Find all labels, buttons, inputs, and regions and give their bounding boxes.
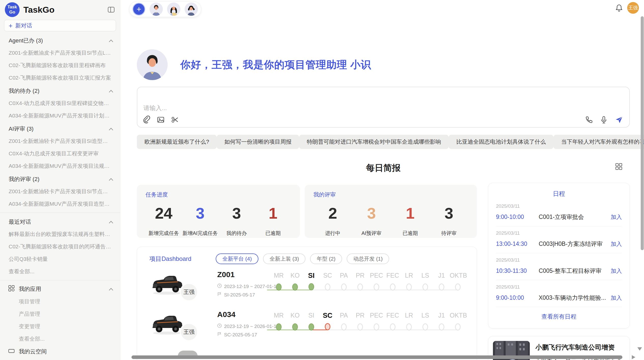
suggestion-chip[interactable]: 比亚迪全固态电池计划具体说了什么 [449,135,553,149]
sidebar-task-item[interactable]: A034-全新新能源MUV产品开发项目计划变更表编写 [0,110,120,122]
chevron-up-icon[interactable] [109,220,113,224]
dashboard-filter-pill[interactable]: 全新上装 (3) [263,253,306,264]
sidebar-task-item[interactable]: C02-飞腾新能源轻客改款项目立项汇报方案 [0,72,120,84]
milestone-dot[interactable] [276,283,282,291]
image-icon[interactable] [157,116,165,124]
milestone-dot[interactable] [406,323,412,331]
milestone-dot[interactable] [292,323,298,331]
sidebar-task-item[interactable]: Z001-全新燃油轻卡产品开发项目SI造型提交物评审 [0,135,120,147]
milestone-dot[interactable] [357,283,363,291]
dashboard-filter-pill[interactable]: 年型 (2) [310,253,342,264]
milestone-dot[interactable] [439,283,444,291]
section-header-3[interactable]: 我的评审 (2) [0,172,120,185]
milestone-dot[interactable] [422,323,428,331]
milestone-dot[interactable] [341,323,347,331]
milestone-dot[interactable] [309,283,314,290]
sidebar-task-item[interactable]: Z001-全新燃油轻卡产品开发项目SI节点属性5D文件评审 [0,185,120,198]
microphone-icon[interactable] [600,116,608,124]
chevron-up-icon[interactable] [109,127,113,131]
recent-conversations: 最近对话解释最新出台的欧盟报废车法规再生塑料比例被调至15%...C02-飞腾新… [0,215,120,278]
suggestion-chip[interactable]: 特朗普可能对进口汽车增税会对中国车企造成哪些影响 [299,135,449,149]
vertical-scrollbar[interactable] [641,16,644,250]
horizontal-scrollbar[interactable] [131,355,622,359]
join-link[interactable]: 加入 [611,240,622,248]
stat-item: 1已逾期 [391,204,430,237]
chevron-up-icon[interactable] [109,89,113,93]
sidebar-task-item[interactable]: A034-全新新能源MUV产品开发项目造型可行性评审 [0,198,120,210]
chevron-up-icon[interactable] [109,39,113,42]
milestone-track: MRKOSISCPAPRPECFECLRLSJ1OKTB [271,272,467,300]
new-chat-button[interactable]: + 新对话 [4,20,116,31]
notifications-bell-icon[interactable] [616,4,623,12]
milestone: MR [271,312,287,331]
app-sub-item[interactable]: 产品管理 [0,308,120,320]
dashboard-filter-pill[interactable]: 全新平台 (4) [216,253,258,264]
section-header-0[interactable]: Agent已办 (3) [0,34,120,47]
scroll-down-arrow[interactable] [637,347,642,351]
recent-header[interactable]: 最近对话 [0,215,120,228]
milestone-dot[interactable] [309,323,314,331]
milestone-label: PEC [368,272,385,279]
app-sub-item[interactable]: 变更管理 [0,320,120,333]
attachment-icon[interactable] [142,116,151,124]
dashboard-filter-pill[interactable]: 动总开发 (1) [347,253,389,264]
milestone-dot[interactable] [276,323,282,331]
sidebar-task-item[interactable]: C02-飞腾新能源轻客改款项目里程碑画布 [0,59,120,72]
join-link[interactable]: 加入 [611,213,622,221]
scissors-icon[interactable] [171,116,179,124]
member-avatar-2[interactable] [167,3,180,16]
user-avatar[interactable]: 王强 [627,2,639,14]
sidebar-task-item[interactable]: Z001-全新燃油皮卡产品开发项目SI节点Lesson Learn报告 [0,47,120,59]
milestone-dot[interactable] [455,323,461,331]
milestone-dot[interactable] [374,283,379,291]
milestone-dot[interactable] [325,283,330,291]
send-icon[interactable] [615,116,623,124]
sidebar-item-cloud-space[interactable]: 我的云空间 [0,345,120,358]
sidebar-task-item[interactable]: C0X4-动力总成开发项目工程变更评审 [0,147,120,160]
sidebar-item-my-apps[interactable]: 我的应用 [0,283,120,295]
news-title: 小鹏飞行汽车制造公司增资 [535,343,625,352]
view-all-schedule-link[interactable]: 查看所有日程 [488,313,630,321]
milestone-dot[interactable] [406,283,412,291]
milestone-dot[interactable] [292,283,298,291]
milestone-dot[interactable] [455,283,461,291]
milestone-dot[interactable] [439,323,444,331]
recent-conversation-item[interactable]: C02-飞腾新能源轻客改款项目的闭环通告反馈情况 [0,241,120,253]
milestone-dot[interactable] [357,323,363,331]
layout-grid-icon[interactable] [615,163,623,170]
join-link[interactable]: 加入 [611,294,622,302]
milestone-dot[interactable] [374,323,379,331]
recent-conversation-item[interactable]: 解释最新出台的欧盟报废车法规再生塑料比例被调至15%... [0,228,120,241]
member-avatar-1[interactable] [150,3,163,16]
milestone-dot[interactable] [341,283,347,291]
suggestion-chip[interactable]: 欧洲新规最近颁布了什么? [137,135,217,149]
recent-conversation-item[interactable]: 查看全部... [0,265,120,278]
sidebar-task-item[interactable]: A034-全新新能源MUV产品开发项目法规符合性评审 [0,160,120,172]
voice-call-icon[interactable] [584,116,593,124]
milestone: LS [417,272,433,291]
join-link[interactable]: 加入 [611,267,622,275]
scroll-right-arrow[interactable] [632,355,635,359]
collapse-sidebar-icon[interactable] [107,6,115,13]
chat-input-box[interactable]: 请输入... [137,87,630,128]
project-code[interactable]: A034 [217,310,236,319]
suggestion-chip[interactable]: 如何写一份清晰的项目周报 [217,135,299,149]
chevron-up-icon[interactable] [109,178,113,181]
sidebar-item-favorites[interactable]: 我的收藏 [0,358,120,360]
recent-conversation-item[interactable]: 公司Q3轻卡销量 [0,253,120,265]
app-sub-item[interactable]: 查看全部... [0,333,120,345]
milestone-dot[interactable] [325,323,330,330]
project-code[interactable]: Z001 [217,270,235,279]
member-avatar-3[interactable] [185,3,198,16]
section-header-2[interactable]: AI评审 (3) [0,122,120,135]
suggestion-chip[interactable]: 当下年轻人对汽车外观有怎样的喜好趋势 [553,135,644,149]
milestone-dot[interactable] [390,283,396,291]
app-sub-item[interactable]: 项目管理 [0,295,120,308]
sidebar-task-item[interactable]: C0X4-动力总成开发项目SI里程碑提交物检查 [0,97,120,110]
schedule-event: 2025/03/1113:00-14:30C003|H0B-方案冻结评审加入 [496,226,622,253]
milestone-dot[interactable] [390,323,396,331]
section-header-1[interactable]: 我的待办 (2) [0,84,120,97]
milestone-dot[interactable] [422,283,428,291]
add-agent-button[interactable]: + [133,3,145,16]
chevron-up-icon[interactable] [109,288,113,291]
